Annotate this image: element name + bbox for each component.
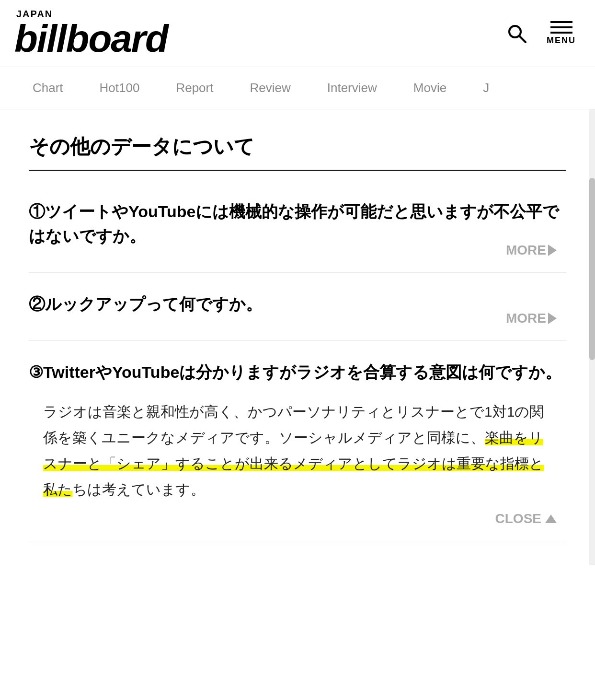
more-button-2[interactable]: MORE: [506, 311, 557, 326]
close-triangle-icon: [545, 514, 557, 523]
nav-bar: Chart Hot100 Report Review Interview Mov…: [0, 67, 595, 109]
more-triangle-icon-2: [548, 313, 557, 324]
more-label-2: MORE: [506, 311, 546, 326]
scrollbar[interactable]: [589, 109, 595, 565]
more-label-1: MORE: [506, 243, 546, 258]
faq-question-1: ①ツイートやYouTubeには機械的な操作が可能だと思いますが不公平ではないです…: [29, 199, 566, 248]
faq-answer-3: ラジオは音楽と親和性が高く、かつパーソナリティとリスナーとで1対1の関係を築くユ…: [43, 399, 552, 502]
more-button-1[interactable]: MORE: [506, 243, 557, 258]
search-icon: [506, 23, 527, 44]
nav-item-review[interactable]: Review: [231, 67, 309, 109]
nav-item-hot100[interactable]: Hot100: [81, 67, 158, 109]
nav-item-j[interactable]: J: [465, 67, 507, 109]
nav-item-movie[interactable]: Movie: [395, 67, 465, 109]
logo: JAPAN billboard: [14, 9, 168, 58]
svg-line-1: [519, 36, 526, 42]
faq-item-1: ①ツイートやYouTubeには機械的な操作が可能だと思いますが不公平ではないです…: [29, 180, 566, 273]
scrollbar-thumb[interactable]: [589, 178, 595, 360]
nav-item-chart[interactable]: Chart: [14, 67, 81, 109]
hamburger-icon: [550, 21, 572, 34]
nav-item-interview[interactable]: Interview: [309, 67, 395, 109]
menu-label: MENU: [547, 35, 576, 46]
nav-item-report[interactable]: Report: [158, 67, 231, 109]
more-triangle-icon-1: [548, 245, 557, 256]
search-button[interactable]: [506, 23, 527, 44]
menu-button[interactable]: MENU: [547, 21, 576, 46]
faq-item-3: ③TwitterやYouTubeは分かりますがラジオを合算する意図は何ですか。 …: [29, 341, 566, 541]
close-button-3[interactable]: CLOSE: [495, 511, 557, 526]
faq-question-3: ③TwitterやYouTubeは分かりますがラジオを合算する意図は何ですか。: [29, 360, 566, 385]
faq-item-2: ②ルックアップって何ですか。 MORE: [29, 273, 566, 341]
section-title: その他のデータについて: [29, 133, 566, 171]
logo-billboard-text: billboard: [14, 20, 168, 58]
faq-question-2: ②ルックアップって何ですか。: [29, 292, 566, 316]
header-icons: MENU: [506, 21, 576, 46]
main-content: その他のデータについて ①ツイートやYouTubeには機械的な操作が可能だと思い…: [0, 109, 595, 565]
site-header: JAPAN billboard MENU: [0, 0, 595, 67]
close-label-3: CLOSE: [495, 511, 541, 526]
highlighted-text: 楽曲をリスナーと「シェア」することが出来るメディアとしてラジオは重要な指標と私た: [43, 430, 544, 497]
